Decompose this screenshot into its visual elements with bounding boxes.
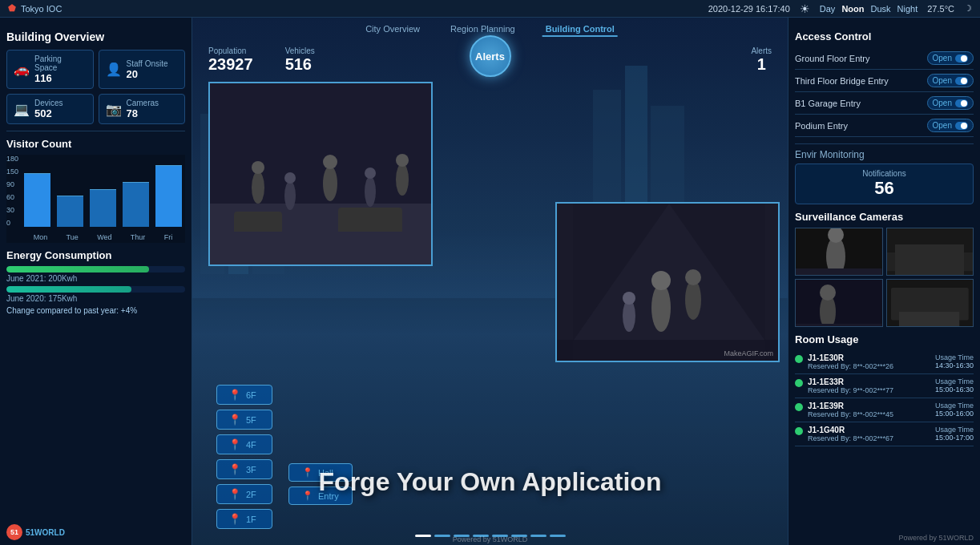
logo-area: 51 51WORLD <box>6 524 65 540</box>
main-area: City Overview Region Planning Building C… <box>192 18 788 545</box>
forge-text: Forge Your Own Application <box>319 467 662 497</box>
cameras-value: 78 <box>127 107 159 119</box>
energy-title: Energy Consumption <box>6 249 185 261</box>
time-dusk[interactable]: Dusk <box>870 4 890 14</box>
svg-point-15 <box>323 155 337 169</box>
room-item-1: J1-1E33R Reserved By: 9**-002***77 Usage… <box>795 374 974 398</box>
cam-thumb-3[interactable] <box>795 279 883 327</box>
logo-circle: 51 <box>6 524 22 540</box>
podium-toggle[interactable]: Open <box>927 119 974 132</box>
bar-fri <box>155 158 182 227</box>
b1-garage-status: Open <box>933 99 952 107</box>
camera-corridor-svg <box>557 204 778 361</box>
b1-garage-toggle-circle <box>955 99 968 107</box>
y-label-150: 150 <box>6 168 22 176</box>
time-night[interactable]: Night <box>897 4 918 14</box>
floor-btn-2f[interactable]: 📍 2F <box>216 484 272 504</box>
access-item-podium: Podium Entry Open <box>795 115 974 137</box>
room-info-2: J1-1E39R Reserved By: 8**-002***45 <box>808 402 930 418</box>
energy-label-2021: June 2021: 200Kwh <box>6 274 185 283</box>
floor-btn-4f[interactable]: 📍 4F <box>216 434 272 454</box>
time-noon[interactable]: Noon <box>841 4 864 14</box>
floor-buttons: 📍 6F 📍 5F 📍 4F 📍 3F 📍 2F 📍 1F <box>216 385 272 529</box>
power-icon: ☽ <box>964 3 972 14</box>
svg-point-19 <box>396 154 409 167</box>
room-reserved-3: Reserved By: 8**-002***67 <box>808 434 930 442</box>
envir-monitoring-section: Envir Monitoring Notifications 56 <box>795 143 974 204</box>
visitor-chart: 180 150 90 60 30 0 <box>6 155 185 243</box>
podium-toggle-circle <box>955 122 968 130</box>
x-label-thur: Thur <box>131 233 146 241</box>
energy-label-2020: June 2020: 175Kwh <box>6 294 185 303</box>
x-label-tue: Tue <box>67 233 79 241</box>
cam-thumb-4[interactable] <box>886 279 974 327</box>
tab-region-planning[interactable]: Region Planning <box>447 22 518 37</box>
hall-icon: 📍 <box>302 467 313 478</box>
staff-stat: 👤 Staff Onsite 20 <box>99 50 186 89</box>
staff-label: Staff Onsite <box>127 59 168 68</box>
alerts-badge[interactable]: Alerts <box>470 35 511 77</box>
floor-icon-6f: 📍 <box>228 389 241 401</box>
room-info-3: J1-1G40R Reserved By: 8**-002***67 <box>808 426 930 442</box>
room-time-value-1: 15:00-16:30 <box>935 386 974 394</box>
svg-point-28 <box>651 271 671 290</box>
camera-feed-corridor: MakeAGIF.com <box>555 202 780 362</box>
camera-lobby-svg <box>210 83 431 264</box>
third-floor-toggle[interactable]: Open <box>927 74 974 87</box>
powered-by: Powered by 51WORLD <box>453 535 528 543</box>
cameras-icon: 📷 <box>106 102 122 117</box>
title-bar-right: 2020-12-29 16:17:40 ☀ Day Noon Dusk Nigh… <box>708 2 972 15</box>
room-time-label-2: Usage Time <box>935 402 974 410</box>
floor-btn-6f[interactable]: 📍 6F <box>216 385 272 405</box>
surveillance-section: Surveillance Cameras <box>795 211 974 327</box>
ground-floor-toggle[interactable]: Open <box>927 51 974 65</box>
camera-feed-lobby <box>208 82 433 266</box>
svg-point-16 <box>365 176 376 207</box>
floor-btn-3f[interactable]: 📍 3F <box>216 459 272 479</box>
tab-city-overview[interactable]: City Overview <box>362 22 423 37</box>
scroll-dot-2 <box>434 535 450 537</box>
cam-thumb-2[interactable] <box>886 228 974 276</box>
chart-bars <box>24 158 182 227</box>
b1-garage-toggle[interactable]: Open <box>927 96 974 110</box>
room-time-value-0: 14:30-16:30 <box>935 361 974 369</box>
time-day[interactable]: Day <box>820 4 836 14</box>
title-bar-left: ⬟ Tokyo IOC <box>8 3 62 14</box>
scroll-dot-8 <box>550 535 566 537</box>
third-floor-status: Open <box>933 76 952 85</box>
b1-garage-label: B1 Garage Entry <box>795 99 861 108</box>
floor-btn-1f[interactable]: 📍 1F <box>216 509 272 529</box>
devices-stat: 💻 Devices 502 <box>6 94 94 124</box>
y-label-90: 90 <box>6 180 22 188</box>
cam-thumbnails-grid <box>795 228 974 327</box>
alerts-stat: Alerts 1 <box>751 46 772 74</box>
surveillance-title: Surveillance Cameras <box>795 211 974 223</box>
camera-lobby-inner <box>210 83 431 264</box>
tab-building-control[interactable]: Building Control <box>542 22 618 37</box>
cam-thumb-1-inner <box>796 228 882 275</box>
scroll-dot-7 <box>530 535 546 537</box>
vehicles-label: Vehicles <box>285 46 315 55</box>
svg-point-17 <box>365 168 376 179</box>
room-item-2: J1-1E39R Reserved By: 8**-002***45 Usage… <box>795 398 974 422</box>
room-time-0: Usage Time 14:30-16:30 <box>935 353 974 369</box>
bar-wed-fill <box>90 189 116 227</box>
y-label-60: 60 <box>6 193 22 201</box>
logo-text: 51WORLD <box>26 528 65 537</box>
weather-icon: ☀ <box>800 2 810 15</box>
ground-floor-label: Ground Floor Entry <box>795 54 870 63</box>
x-label-mon: Mon <box>34 233 48 241</box>
room-info-1: J1-1E33R Reserved By: 9**-002***77 <box>808 377 930 394</box>
floor-btn-5f[interactable]: 📍 5F <box>216 410 272 430</box>
cam-thumb-2-inner <box>887 228 974 275</box>
floor-label-1f: 1F <box>246 515 256 524</box>
alerts-value: 1 <box>751 55 772 74</box>
app-title: Tokyo IOC <box>21 4 62 14</box>
devices-label: Devices <box>34 99 63 107</box>
room-dot-2 <box>795 403 803 411</box>
visitor-count-title: Visitor Count <box>6 138 185 150</box>
cam-thumb-1[interactable] <box>795 228 883 276</box>
population-label: Population <box>208 46 253 55</box>
room-item-0: J1-1E30R Reserved By: 8**-002***26 Usage… <box>795 350 974 374</box>
time-period-selector: Day Noon Dusk Night <box>820 4 917 14</box>
